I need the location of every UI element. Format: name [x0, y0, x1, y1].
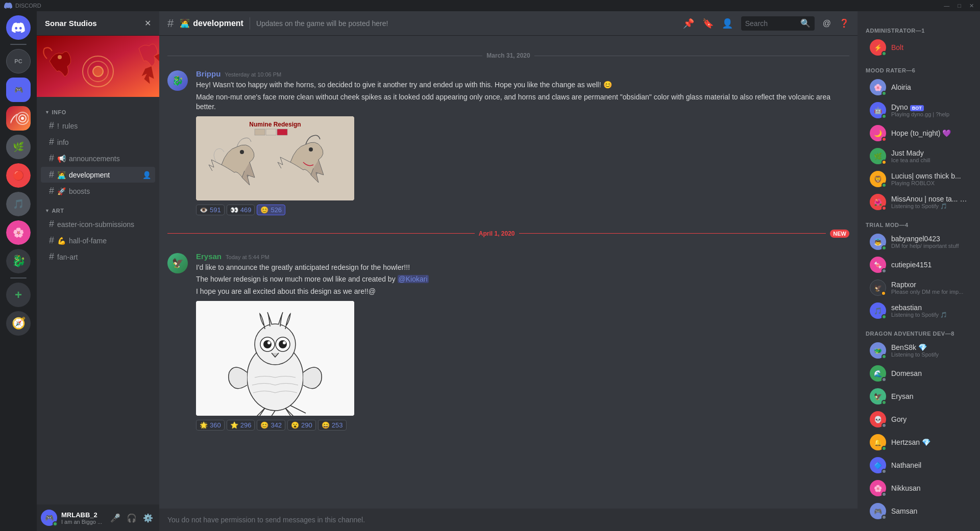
- channel-item-rules[interactable]: # ! rules: [41, 118, 155, 134]
- member-erysan-list[interactable]: 🦅 Erysan: [862, 385, 976, 408]
- channel-item-fan-art[interactable]: # fan-art: [41, 249, 155, 265]
- server-icon-pc[interactable]: PC: [6, 49, 31, 73]
- window-controls[interactable]: — □ ✕: [942, 3, 976, 9]
- sebastian-info: sebastian Listening to Spotify 🎵: [891, 304, 968, 318]
- member-bolt[interactable]: ⚡ Bolt: [862, 36, 976, 59]
- erysan-reactions: 🌟 360 ⭐ 296 😊 342 😮 2: [196, 420, 849, 431]
- hash-icon-announcements: #: [49, 153, 54, 164]
- user-avatar[interactable]: 🎮: [41, 510, 57, 526]
- erysan-text-1: I'd like to announce the greatly anticip…: [196, 263, 849, 273]
- server-icon-home[interactable]: [6, 15, 31, 40]
- member-babyangel[interactable]: 👼 babyangel0423 DM for help/ important s…: [862, 231, 976, 253]
- member-aloiria[interactable]: 🌸 Aloiria: [862, 76, 976, 98]
- channel-item-hall-of-fame[interactable]: # 💪 hall-of-fame: [41, 233, 155, 248]
- mute-button[interactable]: 🎤: [108, 511, 122, 525]
- category-info[interactable]: ▼ INFO: [37, 101, 159, 117]
- member-nikkusan[interactable]: 🌸 Nikkusan: [862, 477, 976, 499]
- hash-icon-rules: #: [49, 120, 54, 131]
- server-icon-6[interactable]: 🌸: [6, 220, 31, 245]
- server-icon-1[interactable]: 🎮: [6, 78, 31, 102]
- reaction-star1[interactable]: 🌟 360: [196, 420, 225, 431]
- pin-button[interactable]: 📌: [683, 18, 694, 29]
- server-header[interactable]: Sonar Studios ✕: [37, 11, 159, 36]
- members-button[interactable]: 👤: [722, 18, 733, 29]
- brippu-avatar[interactable]: 🐉: [167, 70, 188, 91]
- reaction-emoji-star2: ⭐: [230, 421, 238, 429]
- member-hope[interactable]: 🌙 Hope (to_night) 💜: [862, 122, 976, 144]
- server-icon-7[interactable]: 🐉: [6, 249, 31, 273]
- minimize-button[interactable]: —: [942, 3, 951, 9]
- maximize-button[interactable]: □: [955, 3, 963, 9]
- date-text-april: April 1, 2020: [479, 230, 515, 237]
- server-icon-3[interactable]: 🌿: [6, 135, 31, 159]
- server-icon-explore[interactable]: 🧭: [6, 311, 31, 336]
- svg-point-14: [309, 147, 313, 151]
- reaction-count-wow: 290: [301, 421, 312, 429]
- member-justmady[interactable]: 🌿 Just Mady Ice tea and chill: [862, 145, 976, 167]
- member-lucius[interactable]: 🦁 Lucius| owns thick b... Playing ROBLOX: [862, 168, 976, 190]
- member-sebastian[interactable]: 🎵 sebastian Listening to Spotify 🎵: [862, 299, 976, 322]
- member-cutiepie[interactable]: 🍬 cutiepie4151: [862, 254, 976, 276]
- channel-item-boosts[interactable]: # 🚀 boosts: [41, 183, 155, 199]
- member-dyno[interactable]: 🤖 DynoBOT Playing dyno.gg | ?help: [862, 99, 976, 121]
- category-art[interactable]: ▼ ART: [37, 199, 159, 216]
- user-area: 🎮 MRLABB_2 I am an Biggo ... 🎤 🎧 ⚙️: [37, 504, 159, 531]
- reaction-eyes[interactable]: 👀 469: [227, 205, 255, 215]
- domesan-info: Domesan: [891, 369, 968, 377]
- channel-item-development[interactable]: # 🧑‍💻 development 👤: [41, 167, 155, 183]
- reaction-laugh[interactable]: 😄 253: [318, 420, 347, 431]
- domesan-avatar: 🌊: [870, 365, 886, 382]
- divider-line-left: [167, 56, 482, 56]
- aloiria-info: Aloiria: [891, 83, 968, 91]
- bolt-avatar: ⚡: [870, 39, 886, 56]
- bens8k-status: [881, 354, 887, 359]
- server-icon-sonar[interactable]: [6, 106, 31, 131]
- reaction-wow[interactable]: 😮 290: [287, 420, 316, 431]
- lucius-status: [881, 183, 887, 188]
- chat-hash-icon: #: [167, 17, 174, 30]
- bolt-name: Bolt: [891, 43, 968, 52]
- member-missanou[interactable]: 🌺 MissAnou | nose ta... 💜 Listening to S…: [862, 191, 976, 213]
- no-permission-text: You do not have permission to send messa…: [167, 516, 365, 524]
- help-button[interactable]: ❓: [839, 18, 849, 28]
- search-bar[interactable]: 🔍: [741, 16, 815, 31]
- user-avatar-icon: 🎮: [45, 514, 54, 522]
- reaction-smile[interactable]: 😊 526: [257, 205, 285, 215]
- member-bens8k[interactable]: 🐲 BenS8k 💎 Listening to Spotify: [862, 339, 976, 362]
- reaction-star2[interactable]: ⭐ 296: [227, 420, 255, 431]
- erysan-author[interactable]: Erysan: [196, 252, 222, 261]
- reaction-eye[interactable]: 👁️ 591: [196, 205, 225, 215]
- server-icon-5[interactable]: 🎵: [6, 192, 31, 216]
- search-input[interactable]: [745, 19, 796, 28]
- channel-item-announcements[interactable]: # 📢 announcements: [41, 150, 155, 166]
- erysan-list-avatar: 🦅: [870, 388, 886, 404]
- numine-image[interactable]: Numine Redesign: [196, 116, 354, 200]
- howler-img-placeholder: [196, 301, 354, 416]
- member-nathaneil[interactable]: 🔷 Nathaneil: [862, 454, 976, 476]
- gory-name: Gory: [891, 415, 968, 423]
- inbox-button[interactable]: @: [823, 19, 831, 28]
- erysan-avatar[interactable]: 🦅: [167, 253, 188, 273]
- member-raptxor[interactable]: 🦅 Raptxor Please only DM me for imp...: [862, 276, 976, 299]
- kiokari-mention[interactable]: @Kiokari: [398, 275, 429, 283]
- member-domesan[interactable]: 🌊 Domesan: [862, 362, 976, 385]
- server-icon-4[interactable]: 🔴: [6, 163, 31, 188]
- server-icon-add[interactable]: +: [6, 283, 31, 307]
- deafen-button[interactable]: 🎧: [125, 511, 139, 525]
- channel-item-info[interactable]: # info: [41, 134, 155, 150]
- reaction-smile2[interactable]: 😊 342: [257, 420, 285, 431]
- category-info-label: INFO: [52, 109, 66, 115]
- reaction-count-laugh: 253: [332, 421, 343, 429]
- brippu-author[interactable]: Brippu: [196, 69, 220, 78]
- howler-image[interactable]: [196, 301, 354, 416]
- bookmark-button[interactable]: 🔖: [702, 18, 714, 29]
- missanou-status: [881, 206, 887, 211]
- close-button[interactable]: ✕: [967, 3, 976, 9]
- member-samsan[interactable]: 🎮 Samsan: [862, 500, 976, 522]
- member-hertzsan[interactable]: 🔔 Hertzsan 💎: [862, 431, 976, 453]
- settings-button[interactable]: ⚙️: [141, 511, 155, 525]
- member-gory[interactable]: 💀 Gory: [862, 408, 976, 431]
- category-dragon-dev: DRAGON ADVENTURE DEV—8: [857, 322, 980, 339]
- channel-item-easter-submissions[interactable]: # easter-icon-submissions: [41, 216, 155, 232]
- chat-header: # 🧑‍💻 development Updates on the game wi…: [159, 11, 857, 36]
